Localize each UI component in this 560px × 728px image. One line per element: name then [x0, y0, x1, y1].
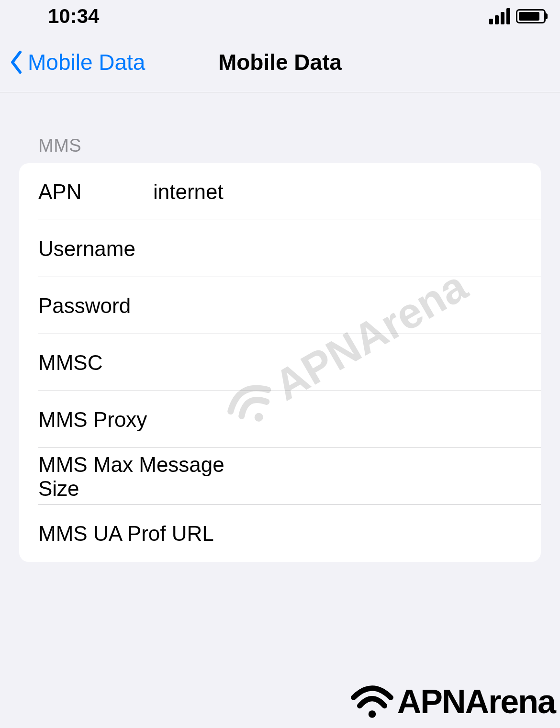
battery-icon: [516, 9, 546, 23]
mmsc-row[interactable]: MMSC: [19, 334, 541, 391]
navigation-bar: Mobile Data Mobile Data: [0, 33, 560, 92]
wifi-icon: [349, 683, 395, 720]
mmsc-label: MMSC: [38, 351, 153, 375]
mmsc-input[interactable]: [153, 351, 522, 375]
mms-max-size-input[interactable]: [259, 465, 522, 489]
mms-max-size-row[interactable]: MMS Max Message Size: [19, 448, 541, 505]
apn-label: APN: [38, 180, 153, 204]
mms-ua-prof-label: MMS UA Prof URL: [38, 522, 214, 546]
settings-group-mms: APN Username Password MMSC MMS Proxy MMS…: [19, 163, 541, 562]
page-title: Mobile Data: [218, 49, 342, 75]
apn-row[interactable]: APN: [19, 163, 541, 220]
password-input[interactable]: [153, 294, 522, 318]
cellular-signal-icon: [489, 8, 510, 24]
username-input[interactable]: [153, 237, 522, 261]
username-label: Username: [38, 237, 153, 261]
mms-proxy-label: MMS Proxy: [38, 408, 147, 432]
section-header-mms: MMS: [19, 92, 541, 163]
mms-max-size-label: MMS Max Message Size: [38, 453, 245, 501]
status-time: 10:34: [14, 5, 99, 28]
mms-proxy-input[interactable]: [161, 408, 522, 432]
content-area: MMS APN Username Password MMSC MMS Proxy: [0, 92, 560, 562]
password-row[interactable]: Password: [19, 277, 541, 334]
mms-ua-prof-input[interactable]: [228, 522, 522, 546]
back-label: Mobile Data: [28, 49, 145, 75]
username-row[interactable]: Username: [19, 220, 541, 277]
mms-proxy-row[interactable]: MMS Proxy: [19, 391, 541, 448]
apn-input[interactable]: [153, 180, 522, 204]
watermark-bottom-text: APNArena: [397, 683, 555, 721]
mms-ua-prof-row[interactable]: MMS UA Prof URL: [19, 505, 541, 562]
svg-point-1: [369, 710, 376, 718]
password-label: Password: [38, 294, 153, 318]
status-indicators: [489, 8, 546, 24]
watermark-bottom: APNArena: [349, 683, 555, 721]
chevron-left-icon: [10, 50, 24, 74]
status-bar: 10:34: [0, 0, 560, 33]
back-button[interactable]: Mobile Data: [0, 49, 145, 75]
